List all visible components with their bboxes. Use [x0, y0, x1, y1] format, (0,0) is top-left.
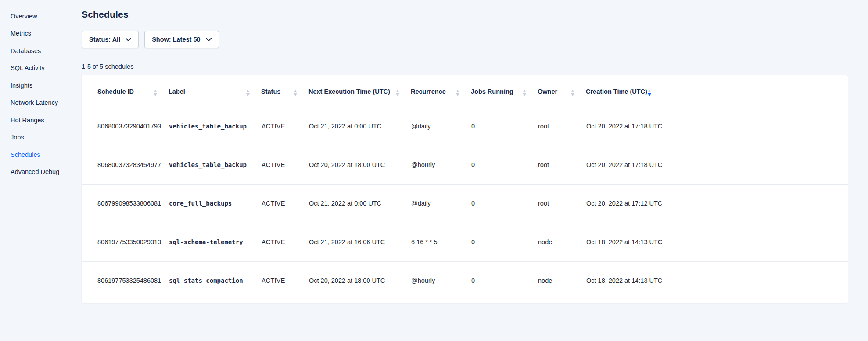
caret-up-icon: [523, 90, 526, 92]
cell-creation-time: Oct 18, 2022 at 14:13 UTC: [586, 261, 663, 300]
cell-jobs-running: 0: [471, 223, 538, 261]
main-content: Schedules Status: All Show: Latest 50 1-…: [82, 0, 868, 341]
cell-jobs-running: 0: [471, 261, 538, 300]
table-body: 806800373290401793vehicles_table_backupA…: [82, 107, 848, 300]
caret-down-icon: [294, 93, 297, 96]
sidebar-item-network-latency[interactable]: Network Latency: [0, 94, 82, 112]
cell-creation-time: Oct 20, 2022 at 17:18 UTC: [586, 107, 663, 146]
app-layout: OverviewMetricsDatabasesSQL ActivityInsi…: [0, 0, 868, 341]
sort-icon[interactable]: [648, 90, 651, 96]
column-header-creation-time-utc[interactable]: Creation Time (UTC): [586, 75, 663, 107]
column-label: Jobs Running: [471, 88, 513, 98]
sidebar-item-databases[interactable]: Databases: [0, 42, 82, 60]
sidebar-item-hot-ranges[interactable]: Hot Ranges: [0, 111, 82, 129]
table-row: 806800373290401793vehicles_table_backupA…: [82, 107, 848, 146]
caret-up-icon: [294, 90, 297, 92]
cell-owner: node: [538, 223, 586, 261]
results-count: 1-5 of 5 schedules: [82, 63, 868, 70]
table-row: 806800373283454977vehicles_table_backupA…: [82, 146, 848, 184]
column-header-next-execution-time-utc[interactable]: Next Execution Time (UTC): [308, 75, 411, 107]
sidebar-nav: OverviewMetricsDatabasesSQL ActivityInsi…: [0, 0, 82, 341]
sort-icon[interactable]: [523, 90, 526, 96]
table-header-row: Schedule IDLabelStatusNext Execution Tim…: [82, 75, 848, 107]
sort-icon[interactable]: [571, 90, 574, 96]
column-header-recurrence[interactable]: Recurrence: [411, 75, 471, 107]
cell-creation-time: Oct 20, 2022 at 17:12 UTC: [586, 184, 663, 223]
cell-recurrence: @daily: [411, 184, 471, 223]
cell-recurrence: @daily: [411, 107, 471, 146]
column-header-schedule-id[interactable]: Schedule ID: [82, 75, 169, 107]
caret-up-icon: [648, 90, 651, 92]
column-label: Recurrence: [411, 88, 446, 98]
cell-next-execution: Oct 20, 2022 at 18:00 UTC: [308, 261, 411, 300]
table-row: 806197753325486081sql-stats-compactionAC…: [82, 261, 848, 300]
sidebar-item-sql-activity[interactable]: SQL Activity: [0, 60, 82, 77]
cell-status: ACTIVE: [261, 223, 308, 261]
sidebar-item-insights[interactable]: Insights: [0, 77, 82, 94]
cell-filler: [663, 107, 848, 146]
sidebar-item-jobs[interactable]: Jobs: [0, 129, 82, 146]
column-label: Status: [261, 88, 280, 98]
column-header-filler: [663, 75, 848, 107]
sidebar-item-schedules[interactable]: Schedules: [0, 146, 82, 163]
cell-schedule-id: 806799098533806081: [82, 184, 169, 223]
show-filter-label: Show: Latest 50: [152, 36, 200, 43]
cell-filler: [663, 261, 848, 300]
sidebar-item-advanced-debug[interactable]: Advanced Debug: [0, 163, 82, 181]
cell-status: ACTIVE: [261, 146, 308, 184]
cell-next-execution: Oct 20, 2022 at 18:00 UTC: [308, 146, 411, 184]
chevron-down-icon: [126, 38, 131, 42]
cell-owner: root: [538, 107, 586, 146]
chevron-down-icon: [206, 38, 212, 42]
cell-filler: [663, 146, 848, 184]
cell-recurrence: @hourly: [411, 146, 471, 184]
caret-up-icon: [571, 90, 574, 92]
cell-label: vehicles_table_backup: [169, 146, 261, 184]
cell-creation-time: Oct 18, 2022 at 14:13 UTC: [586, 223, 663, 261]
cell-schedule-id: 806197753350029313: [82, 223, 169, 261]
column-label: Label: [169, 88, 185, 98]
schedules-table: Schedule IDLabelStatusNext Execution Tim…: [82, 75, 848, 300]
column-label: Owner: [538, 88, 557, 98]
cell-schedule-id: 806800373283454977: [82, 146, 169, 184]
cell-status: ACTIVE: [261, 184, 308, 223]
column-header-owner[interactable]: Owner: [538, 75, 586, 107]
column-header-label[interactable]: Label: [169, 75, 261, 107]
sort-icon[interactable]: [396, 90, 399, 96]
caret-down-icon: [523, 93, 526, 96]
sidebar-item-metrics[interactable]: Metrics: [0, 25, 82, 43]
cell-label: vehicles_table_backup: [169, 107, 261, 146]
sort-icon[interactable]: [456, 90, 459, 96]
cell-status: ACTIVE: [261, 107, 308, 146]
column-header-status[interactable]: Status: [261, 75, 308, 107]
caret-up-icon: [456, 90, 459, 92]
sort-icon[interactable]: [294, 90, 297, 96]
cell-owner: root: [538, 146, 586, 184]
sort-icon[interactable]: [154, 90, 157, 96]
caret-down-icon: [456, 93, 459, 96]
caret-up-icon: [154, 90, 157, 92]
cell-jobs-running: 0: [471, 146, 538, 184]
cell-jobs-running: 0: [471, 107, 538, 146]
caret-down-icon: [571, 93, 574, 96]
sort-icon[interactable]: [246, 90, 250, 96]
cell-recurrence: 6 16 * * 5: [411, 223, 471, 261]
status-filter-label: Status: All: [89, 36, 120, 43]
caret-up-icon: [396, 90, 399, 92]
column-header-jobs-running[interactable]: Jobs Running: [471, 75, 538, 107]
status-filter-dropdown[interactable]: Status: All: [82, 31, 139, 48]
cell-label: sql-schema-telemetry: [169, 223, 261, 261]
cell-filler: [663, 184, 848, 223]
sidebar-item-overview[interactable]: Overview: [0, 7, 82, 25]
cell-status: ACTIVE: [261, 261, 308, 300]
cell-creation-time: Oct 20, 2022 at 17:18 UTC: [586, 146, 663, 184]
show-filter-dropdown[interactable]: Show: Latest 50: [144, 31, 219, 48]
cell-next-execution: Oct 21, 2022 at 0:00 UTC: [308, 184, 411, 223]
cell-label: core_full_backups: [169, 184, 261, 223]
column-label: Creation Time (UTC): [586, 88, 647, 98]
cell-label: sql-stats-compaction: [169, 261, 261, 300]
caret-down-icon: [396, 93, 399, 96]
cell-jobs-running: 0: [471, 184, 538, 223]
caret-up-icon: [246, 90, 250, 92]
caret-down-icon: [246, 93, 250, 96]
